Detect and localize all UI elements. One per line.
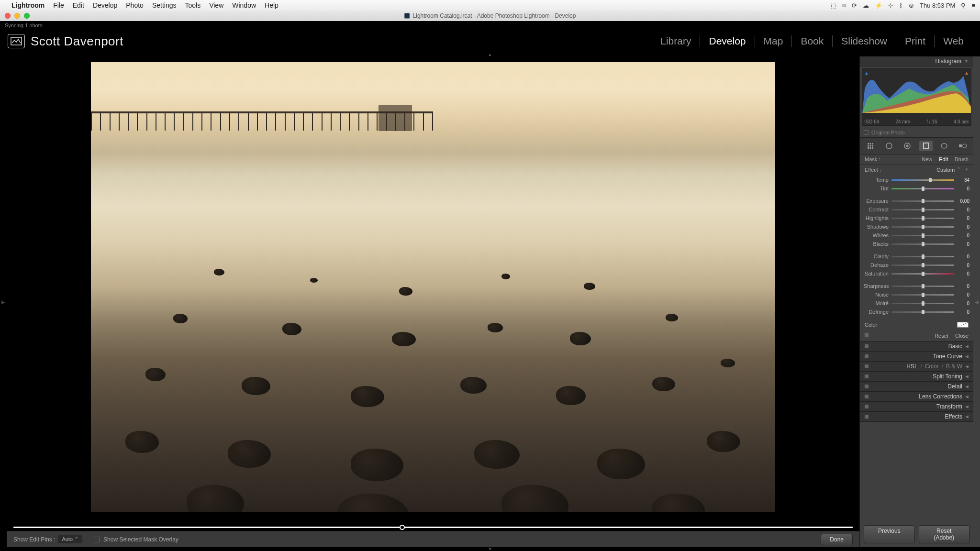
minimize-window-button[interactable]: [14, 13, 20, 19]
redeye-tool-icon[interactable]: [901, 141, 914, 151]
svg-rect-9: [872, 147, 873, 149]
module-print[interactable]: Print: [896, 35, 934, 47]
shadow-clip-icon[interactable]: ▲: [864, 70, 869, 75]
panel-switch-icon[interactable]: [865, 405, 869, 408]
slider-shadows[interactable]: Shadows0: [864, 222, 969, 231]
panel-header-hsl[interactable]: HSL/Color/B & W◀: [860, 362, 973, 372]
status-icon[interactable]: ⧈: [842, 1, 846, 9]
panel-switch-icon[interactable]: [865, 415, 869, 419]
slider-blacks[interactable]: Blacks0: [864, 240, 969, 248]
mac-menu-help[interactable]: Help: [265, 1, 278, 9]
panel-switch-icon[interactable]: [865, 364, 869, 368]
module-develop[interactable]: Develop: [700, 35, 754, 47]
mac-menu-photo[interactable]: Photo: [126, 1, 144, 9]
slider-moiré[interactable]: Moiré0: [864, 299, 969, 308]
bolt-icon[interactable]: ⚡: [875, 2, 882, 9]
module-book[interactable]: Book: [791, 35, 832, 47]
mac-menu-window[interactable]: Window: [232, 1, 256, 9]
module-slideshow[interactable]: Slideshow: [832, 35, 896, 47]
slider-dehaze[interactable]: Dehaze0: [864, 261, 969, 269]
panel-header-effects[interactable]: Effects◀: [860, 412, 973, 422]
slider-contrast[interactable]: Contrast0: [864, 205, 969, 214]
slider-noise[interactable]: Noise0: [864, 290, 969, 299]
photo-canvas[interactable]: [91, 62, 775, 512]
mac-menu-develop[interactable]: Develop: [93, 1, 117, 9]
mac-menu-file[interactable]: File: [53, 1, 64, 9]
highlight-clip-icon[interactable]: ▲: [964, 70, 969, 75]
clock[interactable]: Thu 8:53 PM: [920, 2, 955, 9]
svg-rect-4: [868, 145, 869, 147]
right-panel-collapse-handle[interactable]: ◀: [973, 56, 980, 547]
color-row: Color: [860, 319, 973, 331]
module-web[interactable]: Web: [934, 35, 972, 47]
center-pane: Show Edit Pins : Auto ⌃ Show Selected Ma…: [7, 56, 859, 547]
panel-header-split-toning[interactable]: Split Toning◀: [860, 372, 973, 382]
module-map[interactable]: Map: [755, 35, 792, 47]
panel-header-transform[interactable]: Transform◀: [860, 402, 973, 412]
dropbox-icon[interactable]: ⬚: [831, 2, 836, 9]
app-menu[interactable]: Lightroom: [11, 1, 45, 9]
pier-building-graphic: [379, 105, 412, 131]
sync-icon[interactable]: ⟳: [852, 2, 857, 9]
slider-sharpness[interactable]: Sharpness0: [864, 282, 969, 290]
brush-tool-icon[interactable]: [956, 141, 969, 151]
original-photo-toggle[interactable]: Original Photo: [860, 128, 973, 137]
show-edit-pins-select[interactable]: Auto ⌃: [58, 535, 82, 543]
toolbar-timeline[interactable]: [13, 524, 853, 531]
slider-highlights[interactable]: Highlights0: [864, 214, 969, 222]
histogram[interactable]: ▲ ▲ ISO 64 24 mm f / 16 4.0 sec: [862, 68, 971, 126]
filmstrip-collapse-handle[interactable]: ▼: [0, 547, 980, 551]
done-button[interactable]: Done: [821, 534, 853, 545]
effect-preset-row[interactable]: Effect : Custom ⌃ ▼: [860, 165, 973, 175]
color-swatch[interactable]: [957, 322, 969, 328]
slider-exposure[interactable]: Exposure0.00: [864, 197, 969, 205]
panel-header-detail[interactable]: Detail◀: [860, 382, 973, 392]
bluetooth-icon[interactable]: ᛒ: [899, 2, 903, 9]
module-library[interactable]: Library: [652, 35, 700, 47]
menu-icon[interactable]: ≡: [971, 2, 975, 9]
panel-switch-icon[interactable]: [865, 354, 869, 358]
mac-menu-view[interactable]: View: [209, 1, 223, 9]
slider-tint[interactable]: Tint0: [864, 184, 969, 193]
mask-close[interactable]: Close: [955, 333, 969, 339]
spotlight-icon[interactable]: ⚲: [961, 2, 966, 9]
panel-header-lens-corrections[interactable]: Lens Corrections◀: [860, 392, 973, 402]
panel-switch-icon[interactable]: [865, 395, 869, 398]
airdrop-icon[interactable]: ⊹: [888, 2, 893, 9]
mac-menu-settings[interactable]: Settings: [152, 1, 177, 9]
slider-temp[interactable]: Temp34: [864, 176, 969, 184]
slider-whites[interactable]: Whites0: [864, 231, 969, 240]
radial-filter-tool-icon[interactable]: [937, 141, 951, 151]
mask-overlay-checkbox[interactable]: [94, 537, 100, 542]
left-panel-collapse-handle[interactable]: ▶: [0, 56, 7, 547]
mask-new[interactable]: New: [922, 156, 932, 162]
mask-edit[interactable]: Edit: [939, 156, 948, 162]
previous-button[interactable]: Previous: [864, 525, 915, 543]
slider-defringe[interactable]: Defringe0: [864, 308, 969, 316]
zoom-window-button[interactable]: [24, 13, 30, 19]
panel-switch-icon[interactable]: [865, 385, 869, 388]
mask-brush[interactable]: Brush: [955, 156, 969, 162]
panel-switch-icon[interactable]: [865, 333, 869, 337]
develop-toolbar: Show Edit Pins : Auto ⌃ Show Selected Ma…: [7, 531, 859, 547]
svg-point-14: [941, 143, 947, 148]
wifi-icon[interactable]: ⊚: [909, 2, 914, 9]
histogram-header[interactable]: Histogram▼: [860, 56, 973, 66]
crop-tool-icon[interactable]: [864, 141, 877, 151]
panel-header-tone-curve[interactable]: Tone Curve◀: [860, 352, 973, 362]
graduated-filter-tool-icon[interactable]: [919, 141, 933, 151]
mask-reset[interactable]: Reset: [935, 333, 948, 339]
mac-menu-edit[interactable]: Edit: [73, 1, 84, 9]
mac-menu-tools[interactable]: Tools: [185, 1, 200, 9]
slider-saturation[interactable]: Saturation0: [864, 269, 969, 278]
slider-clarity[interactable]: Clarity0: [864, 252, 969, 261]
spot-removal-tool-icon[interactable]: [882, 141, 896, 151]
panel-switch-icon[interactable]: [865, 344, 869, 348]
top-panel-collapse-handle[interactable]: ▲: [0, 53, 980, 56]
close-window-button[interactable]: [5, 13, 11, 19]
panel-switch-icon[interactable]: [865, 375, 869, 378]
reset-adobe-button[interactable]: Reset (Adobe): [919, 525, 970, 543]
panel-header-basic[interactable]: Basic◀: [860, 342, 973, 352]
svg-rect-1: [868, 143, 869, 144]
cloud-icon[interactable]: ☁: [863, 2, 869, 9]
